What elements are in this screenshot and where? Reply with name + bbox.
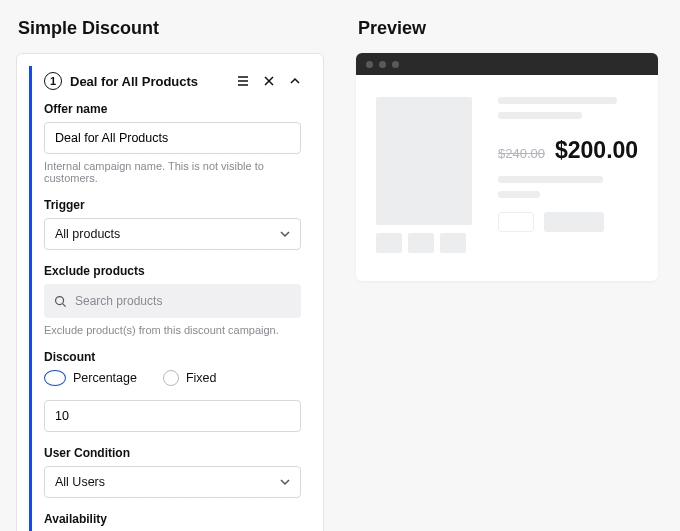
price-row: $240.00 $200.00 (498, 137, 638, 164)
trigger-label: Trigger (44, 198, 301, 212)
exclude-search[interactable]: Search products (44, 284, 301, 318)
discount-panel: 1 Deal for All Products Offer name Inter… (29, 66, 311, 531)
old-price: $240.00 (498, 146, 545, 161)
placeholder-bar (498, 176, 603, 183)
preview-thumbs (376, 233, 472, 253)
chevron-down-icon (280, 229, 290, 239)
discount-value-input[interactable] (44, 400, 301, 432)
discount-type-fixed[interactable]: Fixed (163, 370, 217, 386)
search-icon (54, 295, 67, 308)
trigger-select[interactable]: All products (44, 218, 301, 250)
window-dot (379, 61, 386, 68)
chevron-down-icon (280, 477, 290, 487)
svg-point-0 (56, 296, 64, 304)
step-badge: 1 (44, 72, 62, 90)
section-title-simple-discount: Simple Discount (18, 18, 324, 39)
window-dot (392, 61, 399, 68)
window-dot (366, 61, 373, 68)
preview-cta-placeholder (544, 212, 604, 232)
preview-thumb (376, 233, 402, 253)
preview-thumb (440, 233, 466, 253)
discount-label: Discount (44, 350, 301, 364)
radio-dot-selected (44, 370, 66, 386)
preview-qty-placeholder (498, 212, 534, 232)
close-icon[interactable] (263, 75, 275, 87)
preview-mock: $240.00 $200.00 (356, 75, 658, 281)
menu-icon[interactable] (237, 75, 249, 87)
placeholder-bar (498, 191, 540, 198)
offer-name-input[interactable] (44, 122, 301, 154)
browser-bar (356, 53, 658, 75)
offer-name-label: Offer name (44, 102, 301, 116)
user-condition-value: All Users (55, 475, 105, 489)
preview-card: $240.00 $200.00 (356, 53, 658, 281)
preview-thumb (408, 233, 434, 253)
exclude-placeholder: Search products (75, 294, 162, 308)
preview-image-placeholder (376, 97, 472, 225)
discount-type-percentage[interactable]: Percentage (44, 370, 137, 386)
section-title-preview: Preview (358, 18, 658, 39)
availability-label: Availability (44, 512, 301, 526)
chevron-up-icon[interactable] (289, 75, 301, 87)
trigger-value: All products (55, 227, 120, 241)
exclude-label: Exclude products (44, 264, 301, 278)
panel-actions (237, 75, 301, 87)
offer-name-hint: Internal campaign name. This is not visi… (44, 160, 301, 184)
placeholder-bar (498, 112, 582, 119)
user-condition-label: User Condition (44, 446, 301, 460)
preview-details: $240.00 $200.00 (498, 97, 638, 253)
new-price: $200.00 (555, 137, 638, 164)
panel-header: 1 Deal for All Products (44, 72, 301, 90)
discount-card: 1 Deal for All Products Offer name Inter… (16, 53, 324, 531)
exclude-hint: Exclude product(s) from this discount ca… (44, 324, 301, 336)
radio-dot (163, 370, 179, 386)
placeholder-bar (498, 97, 617, 104)
panel-title: Deal for All Products (70, 74, 229, 89)
user-condition-select[interactable]: All Users (44, 466, 301, 498)
preview-gallery (376, 97, 472, 253)
preview-buttons (498, 212, 638, 232)
